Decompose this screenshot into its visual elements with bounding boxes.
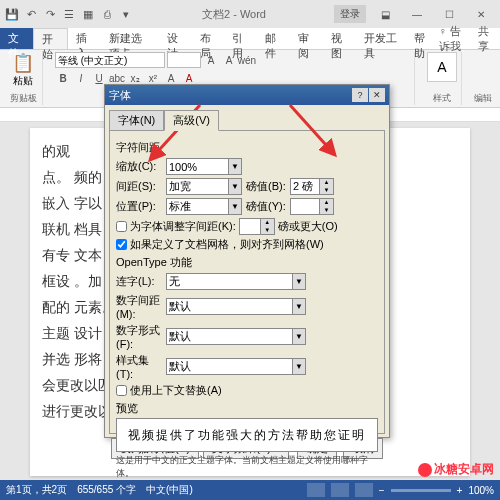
redo-icon[interactable]: ↷ (42, 6, 58, 22)
tab-references[interactable]: 引用 (224, 28, 257, 49)
tab-layout[interactable]: 布局 (192, 28, 225, 49)
bold-icon[interactable]: B (55, 70, 71, 86)
tab-review[interactable]: 审阅 (290, 28, 323, 49)
title-bar: 💾 ↶ ↷ ☰ ▦ ⎙ ▾ 文档2 - Word 登录 ⬓ — ☐ ✕ (0, 0, 500, 28)
tab-font-basic[interactable]: 字体(N) (109, 110, 164, 131)
print-layout-icon[interactable] (331, 483, 349, 497)
points2-input[interactable] (291, 199, 319, 214)
share-button[interactable]: 共享 (478, 24, 494, 54)
ribbon-tabs: 文件 开始 插入 新建选项卡 设计 布局 引用 邮件 审阅 视图 开发工具 帮助… (0, 28, 500, 50)
tab-mailings[interactable]: 邮件 (257, 28, 290, 49)
tab-design[interactable]: 设计 (159, 28, 192, 49)
kerning-label: 为字体调整字间距(K): (130, 219, 236, 234)
web-layout-icon[interactable] (355, 483, 373, 497)
page-status[interactable]: 第1页，共2页 (6, 483, 67, 497)
preview-label: 预览 (116, 401, 378, 416)
paste-icon: 📋 (8, 52, 38, 74)
shrink-font-icon[interactable]: A (221, 52, 237, 68)
tab-font-advanced[interactable]: 高级(V) (164, 110, 219, 131)
tab-home[interactable]: 开始 (33, 28, 68, 49)
ligatures-combo[interactable]: 无▼ (166, 273, 306, 290)
view-icon[interactable]: ▦ (80, 6, 96, 22)
grow-font-icon[interactable]: A (203, 52, 219, 68)
font-name-combo[interactable]: 等线 (中文正文) (55, 52, 165, 68)
numform-combo[interactable]: 默认▼ (166, 328, 306, 345)
dialog-close-icon[interactable]: ✕ (369, 88, 385, 102)
styleset-combo[interactable]: 默认▼ (166, 358, 306, 375)
gridalign-label: 如果定义了文档网格，则对齐到网格(W) (130, 237, 324, 252)
points2-spinner[interactable]: ▲▼ (290, 198, 334, 215)
styleset-label: 样式集(T): (116, 353, 162, 380)
tab-help[interactable]: 帮助 (406, 28, 439, 49)
clipboard-group: 📋 粘贴 剪贴板 (4, 52, 43, 105)
contextual-label: 使用上下文替换(A) (130, 383, 222, 398)
font-size-combo[interactable] (167, 52, 201, 68)
watermark: 冰糖安卓网 (418, 461, 494, 478)
zoom-slider[interactable] (391, 489, 451, 492)
spin-down-icon[interactable]: ▼ (320, 207, 333, 215)
dialog-title-text: 字体 (109, 88, 131, 103)
language-status[interactable]: 中文(中国) (146, 483, 193, 497)
scale-combo[interactable]: 100%▼ (166, 158, 242, 175)
zoom-out-icon[interactable]: − (379, 485, 385, 496)
zoom-level[interactable]: 100% (468, 485, 494, 496)
undo-icon[interactable]: ↶ (23, 6, 39, 22)
tell-me[interactable]: ♀ 告诉我 (439, 24, 472, 54)
tab-custom[interactable]: 新建选项卡 (101, 28, 159, 49)
word-count[interactable]: 655/655 个字 (77, 483, 136, 497)
points-label: 磅值(B): (246, 179, 286, 194)
styles-group: A 样式 (423, 52, 462, 105)
spacing-combo[interactable]: 加宽▼ (166, 178, 242, 195)
numspacing-label: 数字间距(M): (116, 293, 162, 320)
maximize-icon[interactable]: ☐ (434, 4, 464, 24)
ligatures-label: 连字(L): (116, 274, 162, 289)
numform-label: 数字形式(F): (116, 323, 162, 350)
ribbon-toggle-icon[interactable]: ⬓ (370, 4, 400, 24)
dialog-tabs: 字体(N) 高级(V) (105, 105, 389, 130)
more-icon[interactable]: ▾ (118, 6, 134, 22)
dialog-titlebar[interactable]: 字体 ? ✕ (105, 85, 389, 105)
dialog-body: 字符间距 缩放(C): 100%▼ 间距(S): 加宽▼ 磅值(B): ▲▼ 位… (109, 130, 385, 434)
styles-label: 样式 (427, 92, 457, 105)
position-combo[interactable]: 标准▼ (166, 198, 242, 215)
kerning-checkbox[interactable] (116, 221, 127, 232)
login-button[interactable]: 登录 (334, 5, 366, 23)
spin-up-icon[interactable]: ▲ (320, 199, 333, 207)
tab-insert[interactable]: 插入 (68, 28, 101, 49)
kerning-spinner[interactable]: ▲▼ (239, 218, 275, 235)
spacing-label: 间距(S): (116, 179, 162, 194)
chevron-down-icon: ▼ (228, 199, 241, 214)
window-buttons: ⬓ — ☐ ✕ (370, 4, 496, 24)
read-mode-icon[interactable] (307, 483, 325, 497)
numspacing-combo[interactable]: 默认▼ (166, 298, 306, 315)
editing-label: 编辑 (474, 92, 492, 105)
kerning-suffix: 磅或更大(O) (278, 219, 338, 234)
paste-button[interactable]: 📋 粘贴 (8, 52, 38, 88)
phonetic-icon[interactable]: wén (239, 52, 255, 68)
styles-button[interactable]: A (427, 52, 457, 82)
quick-access-toolbar: 💾 ↶ ↷ ☰ ▦ ⎙ ▾ (4, 6, 134, 22)
contextual-checkbox[interactable] (116, 385, 127, 396)
tab-developer[interactable]: 开发工具 (356, 28, 406, 49)
chevron-down-icon: ▼ (228, 159, 241, 174)
minimize-icon[interactable]: — (402, 4, 432, 24)
editing-group: 编辑 (470, 52, 496, 105)
spin-down-icon[interactable]: ▼ (320, 187, 333, 195)
points-spinner[interactable]: ▲▼ (290, 178, 334, 195)
italic-icon[interactable]: I (73, 70, 89, 86)
position-label: 位置(P): (116, 199, 162, 214)
scale-label: 缩放(C): (116, 159, 162, 174)
watermark-logo-icon (418, 463, 432, 477)
zoom-in-icon[interactable]: + (457, 485, 463, 496)
dialog-help-icon[interactable]: ? (352, 88, 368, 102)
tab-file[interactable]: 文件 (0, 28, 33, 49)
touch-icon[interactable]: ☰ (61, 6, 77, 22)
print-icon[interactable]: ⎙ (99, 6, 115, 22)
spin-up-icon[interactable]: ▲ (320, 179, 333, 187)
close-icon[interactable]: ✕ (466, 4, 496, 24)
save-icon[interactable]: 💾 (4, 6, 20, 22)
tab-view[interactable]: 视图 (323, 28, 356, 49)
points-input[interactable] (291, 179, 319, 194)
clipboard-label: 剪贴板 (8, 92, 38, 105)
gridalign-checkbox[interactable] (116, 239, 127, 250)
